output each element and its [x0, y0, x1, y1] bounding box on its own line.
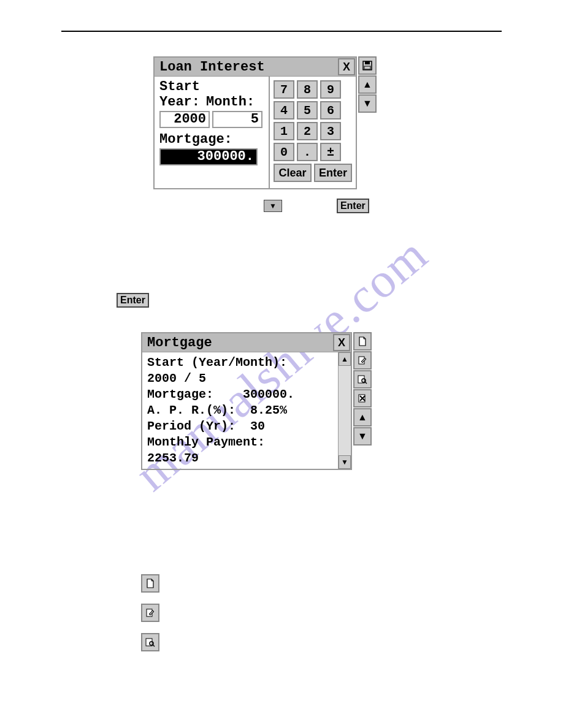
result-close-button[interactable]: X [333, 334, 350, 351]
result-line: 2000 / 5 [147, 371, 333, 387]
search-icon[interactable] [141, 633, 159, 651]
start-label: Start [159, 79, 264, 94]
year-field[interactable]: 2000 [159, 111, 210, 128]
keypad: 7 8 9 4 5 6 1 2 [270, 77, 356, 188]
save-icon[interactable] [358, 56, 377, 75]
key-dot[interactable]: . [297, 143, 318, 161]
key-3[interactable]: 3 [320, 122, 341, 140]
key-4[interactable]: 4 [274, 101, 294, 119]
svg-line-6 [365, 382, 367, 384]
edit-icon[interactable] [353, 351, 372, 370]
divider [61, 31, 502, 32]
key-plusminus[interactable]: ± [320, 143, 341, 161]
result-line: Monthly Payment: [147, 434, 333, 450]
key-6[interactable]: 6 [320, 101, 341, 119]
mortgage-result-window: Mortgage X Start (Year/Month): 2000 / 5 … [141, 332, 352, 470]
new-doc-icon[interactable] [141, 574, 159, 593]
key-8[interactable]: 8 [297, 80, 318, 99]
scrollbar[interactable]: ▲ ▼ [338, 352, 351, 469]
key-5[interactable]: 5 [297, 101, 318, 119]
svg-rect-2 [364, 66, 370, 69]
result-titlebar: Mortgage X [142, 333, 351, 352]
up-arrow-icon[interactable]: ▲ [358, 75, 377, 94]
clear-button[interactable]: Clear [274, 164, 312, 182]
enter-button[interactable]: Enter [314, 164, 352, 182]
icon-legend [141, 574, 502, 651]
svg-rect-1 [365, 61, 370, 64]
result-side-toolbar: ▲ ▼ [353, 332, 372, 446]
month-field[interactable]: 5 [212, 111, 262, 128]
result-line: A. P. R.(%): 8.25% [147, 403, 333, 419]
dropdown-icon[interactable]: ▼ [264, 200, 282, 212]
chevron-down-icon: ▼ [269, 202, 277, 210]
edit-icon[interactable] [141, 604, 159, 622]
result-title: Mortgage [142, 334, 332, 352]
key-9[interactable]: 9 [320, 80, 341, 99]
search-icon[interactable] [353, 370, 372, 389]
dialog-titlebar: Loan Interest X [155, 58, 356, 77]
scroll-down-icon[interactable]: ▼ [339, 455, 351, 469]
key-2[interactable]: 2 [297, 122, 318, 140]
standalone-enter-button[interactable]: Enter [117, 293, 149, 308]
result-line: 2253.79 [147, 450, 333, 466]
mortgage-label: Mortgage: [159, 132, 264, 147]
result-line: Start (Year/Month): [147, 355, 333, 371]
svg-line-13 [153, 645, 155, 646]
inline-enter-button[interactable]: Enter [337, 199, 369, 213]
month-label: Month: [206, 94, 255, 110]
side-down-arrow-icon[interactable]: ▼ [353, 427, 372, 446]
key-1[interactable]: 1 [274, 122, 294, 140]
key-7[interactable]: 7 [274, 80, 294, 99]
result-line: Mortgage: 300000. [147, 387, 333, 403]
down-arrow-icon[interactable]: ▼ [358, 94, 377, 113]
result-line: Period (Yr): 30 [147, 419, 333, 434]
loan-interest-dialog: Loan Interest X Start Year: Month: 2000 [153, 56, 357, 189]
side-up-arrow-icon[interactable]: ▲ [353, 408, 372, 427]
input-pane: Start Year: Month: 2000 5 Mortgage: 3000… [155, 77, 270, 188]
dialog-side-toolbar: ▲ ▼ [358, 56, 377, 113]
new-doc-icon[interactable] [353, 332, 372, 351]
delete-icon[interactable] [353, 389, 372, 408]
year-label: Year: [159, 94, 200, 110]
mortgage-field[interactable]: 300000. [159, 148, 258, 165]
scroll-up-icon[interactable]: ▲ [339, 352, 351, 366]
key-0[interactable]: 0 [274, 143, 294, 161]
dialog-title: Loan Interest [155, 58, 337, 76]
close-button[interactable]: X [338, 58, 355, 75]
